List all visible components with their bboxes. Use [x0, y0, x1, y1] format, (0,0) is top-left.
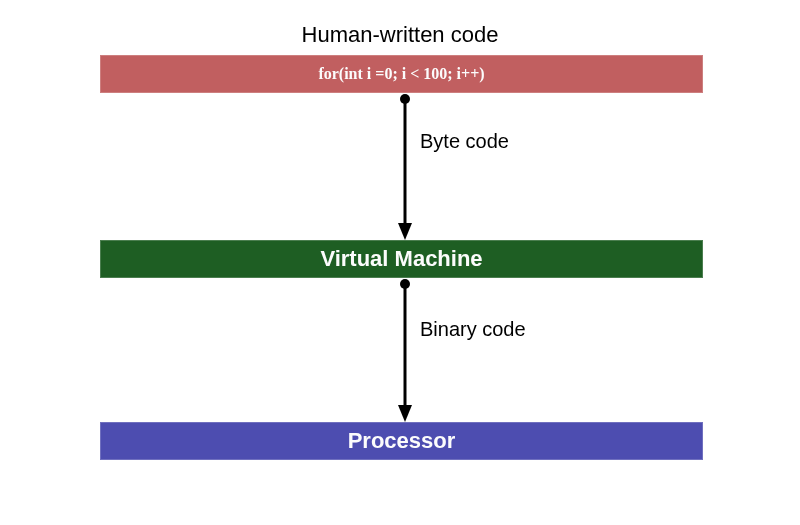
vm-box-text: Virtual Machine [320, 246, 482, 272]
processor-box: Processor [100, 422, 703, 460]
arrow-vm-to-proc [395, 278, 415, 422]
arrow1-label: Byte code [420, 130, 509, 153]
vm-box: Virtual Machine [100, 240, 703, 278]
arrow-code-to-vm [395, 93, 415, 240]
arrow2-label: Binary code [420, 318, 526, 341]
processor-box-text: Processor [348, 428, 456, 454]
code-box: for(int i =0; i < 100; i++) [100, 55, 703, 93]
diagram-title: Human-written code [302, 22, 499, 48]
code-box-text: for(int i =0; i < 100; i++) [318, 65, 484, 83]
svg-marker-5 [398, 405, 412, 422]
svg-marker-2 [398, 223, 412, 240]
